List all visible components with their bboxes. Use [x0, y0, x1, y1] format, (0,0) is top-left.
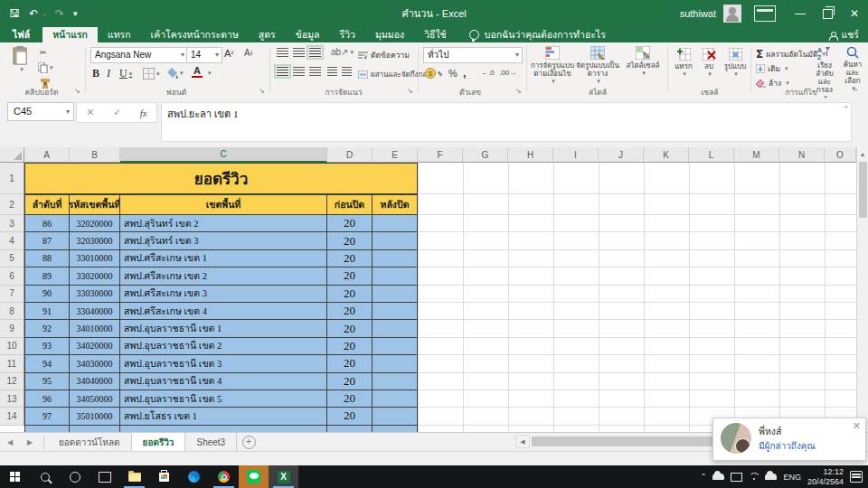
table-header-cell[interactable]: รหัสเขตพื้นที่ — [70, 194, 120, 215]
table-cell[interactable] — [120, 426, 327, 432]
table-cell[interactable]: 20 — [327, 320, 373, 337]
empty-cells-filler[interactable] — [418, 232, 856, 249]
empty-cells-filler[interactable] — [418, 286, 856, 303]
borders-button[interactable]: ▾ — [143, 68, 160, 80]
table-cell[interactable]: สพป.อุบลราชธานี เขต 1 — [120, 320, 327, 337]
font-color-caret-icon[interactable]: ▾ — [206, 70, 212, 77]
user-avatar[interactable] — [723, 5, 741, 23]
accounting-format-icon[interactable]: $▾ — [425, 68, 441, 79]
table-cell[interactable]: สพป.ศรีสะเกษ เขต 3 — [120, 286, 327, 303]
format-cells-button[interactable]: รูปแบบ▾ — [722, 48, 749, 78]
scroll-up-icon[interactable]: ▲ — [857, 147, 868, 161]
ribbon-tab[interactable]: ข้อมูล — [286, 27, 330, 42]
formula-input[interactable]: สพป.ยะลา เขต 1 — [161, 102, 852, 142]
clipboard-dialog-launcher-icon[interactable]: ↘ — [74, 87, 80, 95]
formula-bar-expand-icon[interactable]: ⌃ — [843, 105, 850, 114]
table-cell[interactable]: สพป.สุรินทร์ เขต 3 — [120, 232, 327, 249]
table-cell[interactable]: 96 — [24, 390, 70, 408]
bold-button[interactable]: B — [92, 67, 99, 80]
table-cell[interactable]: สพป.ศรีสะเกษ เขต 1 — [120, 250, 327, 267]
table-cell[interactable]: สพป.ศรีสะเกษ เขต 4 — [120, 303, 327, 320]
delete-cells-button[interactable]: ลบ▾ — [696, 48, 722, 78]
table-cell[interactable]: 32020000 — [70, 215, 120, 232]
cortana-button[interactable] — [60, 465, 90, 488]
table-cell[interactable] — [373, 408, 418, 425]
table-cell[interactable]: 93 — [24, 338, 70, 355]
table-cell[interactable]: 20 — [327, 232, 373, 249]
device-icon[interactable] — [731, 473, 742, 482]
column-header-A[interactable]: A — [24, 147, 70, 163]
table-cell[interactable]: 90 — [24, 286, 70, 303]
cancel-entry-icon[interactable]: ✕ — [86, 107, 94, 118]
row-header-4[interactable]: 4 — [0, 232, 24, 249]
cell-styles-button[interactable]: สไตล์เซลล์▾ — [620, 46, 665, 77]
decrease-decimal-icon[interactable]: .00→ — [499, 69, 516, 77]
number-dialog-launcher-icon[interactable]: ↘ — [515, 87, 522, 95]
table-cell[interactable]: 88 — [24, 250, 70, 267]
row-header-14[interactable]: 14 — [0, 408, 24, 425]
worksheet-grid[interactable]: ABCDEFGHIJKLMNO 1234567891011121314 ยอดร… — [0, 147, 856, 432]
table-cell[interactable]: สพป.อุบลราชธานี เขต 4 — [120, 373, 327, 390]
row-header-7[interactable]: 7 — [0, 286, 24, 303]
conditional-formatting-button[interactable]: การจัดรูปแบบตามเงื่อนไข▾ — [530, 46, 575, 85]
percent-style-icon[interactable]: % — [448, 68, 458, 79]
onedrive-icon[interactable] — [765, 474, 777, 480]
row-header-1[interactable]: 1 — [0, 163, 24, 194]
table-cell[interactable]: 89 — [24, 267, 70, 285]
font-name-combo[interactable]: Angsana New▾ — [90, 47, 188, 63]
table-title-cell[interactable]: ยอดรีวิว — [24, 163, 418, 194]
underline-button[interactable]: U▾ — [119, 67, 132, 80]
wrap-text-button[interactable]: ตัดข้อความ — [358, 49, 410, 61]
column-header-C[interactable]: C — [120, 147, 327, 163]
increase-decimal-icon[interactable]: ←.0 — [481, 69, 495, 77]
table-cell[interactable]: 87 — [24, 232, 70, 249]
table-cell[interactable]: 35010000 — [70, 408, 120, 425]
table-cell[interactable]: 20 — [327, 338, 373, 355]
signed-in-user[interactable]: suthiwat — [680, 8, 716, 19]
empty-cells-filler[interactable] — [418, 373, 856, 390]
empty-cells-filler[interactable] — [418, 390, 856, 408]
microsoft-store-button[interactable] — [149, 465, 179, 488]
fill-button[interactable]: เติม▾ — [756, 62, 788, 75]
table-cell[interactable] — [373, 355, 418, 372]
align-bottom-icon[interactable] — [309, 48, 321, 57]
column-header-L[interactable]: L — [689, 147, 734, 163]
empty-cells-filler[interactable] — [418, 163, 856, 194]
shrink-font-icon[interactable]: Aʵ — [244, 48, 252, 58]
table-cell[interactable]: 95 — [24, 373, 70, 390]
table-cell[interactable]: สพป.อุบลราชธานี เขต 5 — [120, 390, 327, 408]
table-cell[interactable]: 91 — [24, 303, 70, 320]
table-cell[interactable]: 34050000 — [70, 390, 120, 408]
ribbon-tab[interactable]: มุมมอง — [365, 27, 414, 42]
row-header-12[interactable]: 12 — [0, 373, 24, 390]
cloud-icon[interactable] — [712, 474, 724, 480]
collapse-ribbon-icon[interactable]: ⌃ — [852, 88, 859, 97]
column-header-G[interactable]: G — [463, 147, 508, 163]
insert-cells-button[interactable]: แทรก▾ — [671, 48, 696, 78]
share-button[interactable]: แชร์ — [829, 27, 859, 42]
empty-cells-filler[interactable] — [418, 355, 856, 372]
table-cell[interactable]: 20 — [327, 267, 373, 285]
table-cell[interactable]: 33040000 — [70, 303, 120, 320]
tray-expand-icon[interactable]: ⌃ — [701, 473, 707, 481]
scroll-left-icon[interactable]: ◀ — [515, 435, 530, 448]
table-header-cell[interactable]: ลำดับที่ — [24, 194, 70, 215]
column-header-H[interactable]: H — [508, 147, 553, 163]
table-cell[interactable]: สพป.อุบลราชธานี เขต 2 — [120, 338, 327, 355]
excel-app-button[interactable]: X — [269, 465, 298, 488]
column-header-E[interactable]: E — [373, 147, 418, 163]
table-cell[interactable]: 34030000 — [70, 355, 120, 372]
table-cell[interactable]: 20 — [327, 373, 373, 390]
file-tab[interactable]: ไฟล์ — [0, 27, 42, 42]
new-sheet-button[interactable]: + — [237, 433, 260, 452]
confirm-entry-icon[interactable]: ✓ — [113, 107, 121, 118]
table-cell[interactable] — [373, 250, 418, 267]
table-cell[interactable] — [327, 426, 373, 432]
empty-cells-filler[interactable] — [418, 250, 856, 267]
empty-cells-filler[interactable] — [418, 320, 856, 337]
row-header-9[interactable]: 9 — [0, 320, 24, 337]
row-header-10[interactable]: 10 — [0, 338, 24, 355]
table-cell[interactable] — [373, 303, 418, 320]
column-header-M[interactable]: M — [734, 147, 779, 163]
table-cell[interactable]: 94 — [24, 355, 70, 372]
